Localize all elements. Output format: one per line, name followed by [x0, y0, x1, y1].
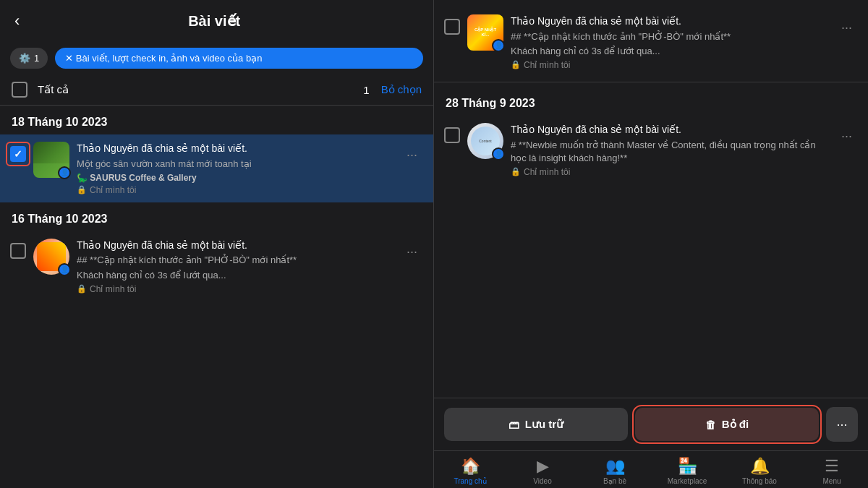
right-post-title-top: Thảo Nguyên đã chia sẻ một bài viết. [511, 14, 828, 29]
filter-tag[interactable]: ✕ Bài viết, lượt check in, ảnh và video … [55, 48, 423, 69]
nav-menu[interactable]: ☰ Menu [796, 457, 868, 485]
more-button-2[interactable]: ··· [401, 241, 423, 262]
archive-label: Lưu trữ [525, 418, 563, 431]
right-post-desc-top: ## **Cập nhật kích thước ảnh "PHỞ-BÒ" mớ… [511, 30, 828, 43]
lock-icon-2: 🔒 [77, 284, 87, 294]
date-section-oct18: 18 Tháng 10 2023 [0, 106, 433, 134]
archive-button[interactable]: 🗃 Lưu trữ [444, 408, 628, 441]
post-checkbox-wrap-2 [10, 243, 26, 259]
notifications-label: Thông báo [742, 477, 777, 485]
post-desc-2: ## **Cập nhật kích thước ảnh "PHỞ-BÒ" mớ… [77, 254, 393, 267]
filter-tag-text: ✕ Bài viết, lượt check in, ảnh và video … [65, 53, 262, 64]
lock-icon-1: 🔒 [77, 185, 87, 194]
right-avatar-wrap-2: Content 👤 [467, 123, 503, 159]
location-text-1: 🦕 SAURUS Coffee & Gallery [77, 173, 197, 183]
date-section-oct16: 16 Tháng 10 2023 [0, 202, 433, 231]
more-button-r2[interactable]: ··· [835, 126, 858, 147]
right-post-title-2: Thảo Nguyên đã chia sẻ một bài viết. [511, 123, 828, 137]
person-icon-2: 👤 [61, 266, 69, 273]
privacy-text-2: Chỉ mình tôi [90, 284, 136, 294]
video-icon: ▶ [537, 457, 549, 476]
date-section-sep28: 28 Tháng 9 2023 [434, 87, 868, 116]
separator-1 [434, 82, 868, 82]
nav-marketplace[interactable]: 🏪 Marketplace [651, 457, 723, 485]
right-post-2[interactable]: Content 👤 Thảo Nguyên đã chia sẻ một bài… [434, 116, 868, 184]
right-checkbox-2[interactable] [444, 127, 460, 143]
more-actions-icon: ··· [836, 417, 847, 432]
bottom-actions: 🗃 Lưu trữ 🗑 Bỏ đi ··· [434, 398, 868, 450]
right-content: CẬP NHẬTKÍ... 👤 Thảo Nguyên đã chia sẻ m… [434, 0, 868, 398]
right-post-content-2: Thảo Nguyên đã chia sẻ một bài viết. # *… [511, 123, 828, 177]
selected-count: 1 [363, 84, 369, 96]
more-actions-button[interactable]: ··· [826, 407, 858, 442]
right-avatar-wrap-top: CẬP NHẬTKÍ... 👤 [467, 14, 503, 51]
friends-icon: 👥 [605, 457, 625, 476]
right-post-content-top: Thảo Nguyên đã chia sẻ một bài viết. ## … [511, 14, 828, 70]
back-button[interactable]: ‹ [14, 12, 20, 30]
filter-badge[interactable]: ⚙️ 1 [10, 48, 48, 69]
archive-icon: 🗃 [509, 419, 519, 431]
post-title-1: Thảo Nguyên đã chia sẻ một bài viết. [77, 142, 393, 156]
page-title: Bài viết [31, 12, 397, 30]
filter-icon: ⚙️ [19, 53, 30, 64]
select-all-checkbox[interactable] [12, 82, 27, 98]
marketplace-label: Marketplace [668, 477, 707, 485]
privacy-text-rt: Chỉ mình tôi [524, 60, 570, 70]
post-desc-2b: Khách hàng chỉ có 3s để lướt qua... [77, 269, 393, 282]
right-avatar-badge-top: 👤 [492, 39, 505, 52]
left-panel: ‹ Bài viết ⚙️ 1 ✕ Bài viết, lượt check i… [0, 0, 434, 488]
post-content-1: Thảo Nguyên đã chia sẻ một bài viết. Một… [77, 142, 393, 195]
lock-icon-r2: 🔒 [511, 167, 521, 176]
person-icon-rt: 👤 [495, 42, 503, 49]
privacy-text-1: Chỉ mình tôi [90, 185, 136, 195]
avatar-badge-1: 👤 [58, 166, 71, 179]
post-privacy-1: 🔒 Chỉ mình tôi [77, 185, 393, 195]
menu-icon: ☰ [825, 457, 839, 476]
avatar-badge-2: 👤 [58, 263, 71, 276]
person-icon-r2: 👤 [495, 150, 503, 158]
notifications-icon: 🔔 [750, 457, 770, 476]
select-all-label: Tất cả [38, 83, 363, 96]
select-all-bar: Tất cả 1 Bỏ chọn [0, 74, 433, 106]
checkbox-highlight [6, 142, 30, 166]
delete-button[interactable]: 🗑 Bỏ đi [635, 408, 819, 441]
right-post-top[interactable]: CẬP NHẬTKÍ... 👤 Thảo Nguyên đã chia sẻ m… [434, 7, 868, 77]
video-label: Video [533, 477, 551, 485]
menu-label: Menu [822, 477, 841, 485]
left-header: ‹ Bài viết [0, 0, 433, 42]
nav-friends[interactable]: 👥 Bạn bè [579, 457, 651, 485]
post-location-1: 🦕 SAURUS Coffee & Gallery [77, 173, 393, 183]
lock-icon-rt: 🔒 [511, 60, 521, 69]
more-button-rt[interactable]: ··· [835, 17, 858, 38]
person-icon: 👤 [61, 169, 69, 176]
post-privacy-2: 🔒 Chỉ mình tôi [77, 284, 393, 294]
post-checkbox-wrap-1 [10, 146, 26, 162]
post-content-2: Thảo Nguyên đã chia sẻ một bài viết. ## … [77, 239, 393, 294]
home-icon: 🏠 [461, 457, 480, 476]
post-item-2[interactable]: 👤 Thảo Nguyên đã chia sẻ một bài viết. #… [0, 231, 433, 301]
post-checkbox-2[interactable] [10, 243, 26, 259]
home-label: Trang chủ [454, 477, 486, 485]
post-title-2: Thảo Nguyên đã chia sẻ một bài viết. [77, 239, 393, 253]
avatar-wrap-2: 👤 [33, 239, 69, 275]
marketplace-icon: 🏪 [678, 457, 697, 476]
deselect-button[interactable]: Bỏ chọn [381, 83, 422, 96]
more-button-1[interactable]: ··· [401, 145, 423, 166]
right-post-desc-top2: Khách hàng chỉ có 3s để lướt qua... [511, 45, 828, 58]
post-desc-1: Một góc sân vườn xanh mát mới toanh tại [77, 158, 393, 171]
nav-video[interactable]: ▶ Video [506, 457, 579, 485]
right-post-privacy-2: 🔒 Chỉ mình tôi [511, 167, 828, 177]
right-avatar-badge-2: 👤 [492, 147, 505, 160]
filter-count: 1 [34, 53, 39, 64]
avatar-wrap-1: 👤 [33, 142, 69, 178]
right-checkbox-top[interactable] [444, 19, 460, 35]
nav-home[interactable]: 🏠 Trang chủ [434, 457, 506, 485]
nav-notifications[interactable]: 🔔 Thông báo [723, 457, 796, 485]
right-panel: CẬP NHẬTKÍ... 👤 Thảo Nguyên đã chia sẻ m… [434, 0, 868, 488]
post-item-1[interactable]: 👤 Thảo Nguyên đã chia sẻ một bài viết. M… [0, 134, 433, 202]
privacy-text-r2: Chỉ mình tôi [524, 167, 570, 177]
bottom-nav: 🏠 Trang chủ ▶ Video 👥 Bạn bè 🏪 Marketpla… [434, 450, 868, 488]
right-post-desc-2: # **Newbie muốn trở thành Master về Cont… [511, 139, 828, 165]
friends-label: Bạn bè [603, 477, 626, 485]
right-post-privacy-top: 🔒 Chỉ mình tôi [511, 60, 828, 70]
